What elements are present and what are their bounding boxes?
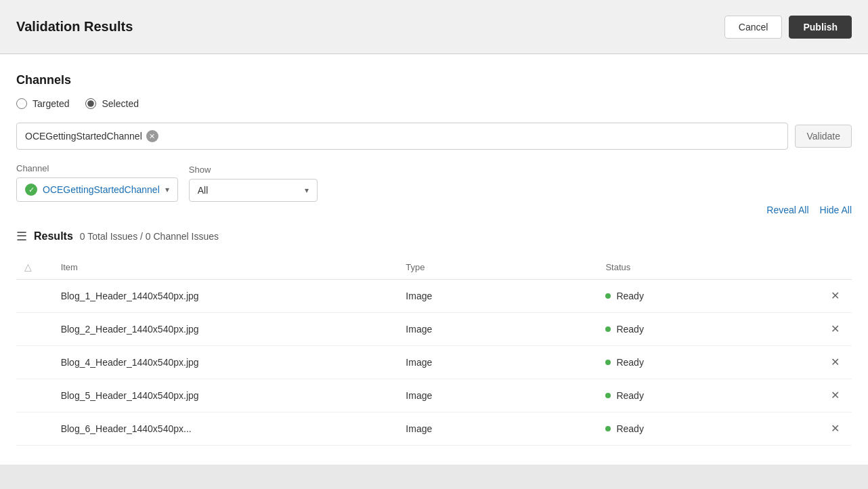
filter-actions-row: Channel ✓ OCEGettingStartedChannel ▾ Sho… <box>16 163 852 215</box>
filter-row: Channel ✓ OCEGettingStartedChannel ▾ Sho… <box>16 163 318 202</box>
col-type-header: Type <box>397 255 597 280</box>
reveal-hide-row: Reveal All Hide All <box>766 205 852 215</box>
show-filter-label: Show <box>189 165 318 175</box>
row-type-cell: Image <box>397 379 597 412</box>
results-header: ☰ Results 0 Total Issues / 0 Channel Iss… <box>16 229 852 244</box>
validate-button[interactable]: Validate <box>795 125 852 148</box>
radio-option-targeted[interactable]: Targeted <box>16 98 69 109</box>
row-item-cell: Blog_1_Header_1440x540px.jpg <box>53 280 398 313</box>
cancel-button[interactable]: Cancel <box>724 16 783 39</box>
row-warning-cell <box>16 412 53 446</box>
tag-close-button[interactable]: ✕ <box>146 130 158 142</box>
row-type-cell: Image <box>397 280 597 313</box>
col-status-header: Status <box>597 255 797 280</box>
row-type-cell: Image <box>397 412 597 446</box>
col-item-header: Item <box>53 255 398 280</box>
chevron-down-icon: ▾ <box>165 185 169 194</box>
row-action-cell: ✕ <box>797 412 852 446</box>
radio-selected[interactable] <box>85 98 96 109</box>
table-row: Blog_6_Header_1440x540px... Image Ready … <box>16 412 852 446</box>
main-content: Channels Targeted Selected OCEGettingSta… <box>0 54 868 465</box>
channels-section: Channels Targeted Selected OCEGettingSta… <box>16 73 852 215</box>
row-warning-cell <box>16 313 53 346</box>
radio-selected-label: Selected <box>102 98 138 109</box>
show-dropdown-value: All <box>198 185 209 196</box>
channel-dropdown[interactable]: ✓ OCEGettingStartedChannel ▾ <box>16 177 178 202</box>
table-row: Blog_1_Header_1440x540px.jpg Image Ready… <box>16 280 852 313</box>
row-action-cell: ✕ <box>797 379 852 412</box>
table-header-row: △ Item Type Status <box>16 255 852 280</box>
remove-row-button[interactable]: ✕ <box>827 422 844 435</box>
row-warning-cell <box>16 379 53 412</box>
col-action-header <box>797 255 852 280</box>
header: Validation Results Cancel Publish <box>0 0 868 54</box>
reveal-all-button[interactable]: Reveal All <box>766 205 808 215</box>
status-text: Ready <box>616 390 643 401</box>
results-summary: 0 Total Issues / 0 Channel Issues <box>80 231 219 242</box>
channel-filter-group: Channel ✓ OCEGettingStartedChannel ▾ <box>16 163 178 202</box>
channel-tag-label: OCEGettingStartedChannel <box>25 131 142 142</box>
row-action-cell: ✕ <box>797 280 852 313</box>
col-warning-header: △ <box>16 255 53 280</box>
show-filter-group: Show All ▾ <box>189 165 318 202</box>
table-row: Blog_5_Header_1440x540px.jpg Image Ready… <box>16 379 852 412</box>
row-status-cell: Ready <box>597 346 797 379</box>
remove-row-button[interactable]: ✕ <box>827 289 844 303</box>
row-status-cell: Ready <box>597 412 797 446</box>
publish-button[interactable]: Publish <box>789 16 852 39</box>
row-action-cell: ✕ <box>797 346 852 379</box>
hide-all-button[interactable]: Hide All <box>820 205 852 215</box>
row-status-cell: Ready <box>597 379 797 412</box>
table-row: Blog_4_Header_1440x540px.jpg Image Ready… <box>16 346 852 379</box>
remove-row-button[interactable]: ✕ <box>827 389 844 402</box>
radio-targeted-label: Targeted <box>32 98 69 109</box>
status-dot-icon <box>605 393 611 398</box>
status-dot-icon <box>605 360 611 365</box>
channel-tags-input[interactable]: OCEGettingStartedChannel ✕ <box>16 123 788 150</box>
remove-row-button[interactable]: ✕ <box>827 322 844 336</box>
page-title: Validation Results <box>16 19 133 35</box>
channel-dropdown-value: OCEGettingStartedChannel <box>43 184 160 195</box>
status-text: Ready <box>616 324 643 335</box>
table-row: Blog_2_Header_1440x540px.jpg Image Ready… <box>16 313 852 346</box>
radio-option-selected[interactable]: Selected <box>85 98 138 109</box>
remove-row-button[interactable]: ✕ <box>827 356 844 369</box>
status-text: Ready <box>616 291 643 301</box>
row-warning-cell <box>16 346 53 379</box>
row-type-cell: Image <box>397 313 597 346</box>
channel-filter-label: Channel <box>16 163 178 173</box>
row-item-cell: Blog_4_Header_1440x540px.jpg <box>53 346 398 379</box>
show-dropdown[interactable]: All ▾ <box>189 179 318 202</box>
row-status-cell: Ready <box>597 313 797 346</box>
row-status-cell: Ready <box>597 280 797 313</box>
channels-title: Channels <box>16 73 852 87</box>
warning-triangle-icon: △ <box>24 261 32 272</box>
row-item-cell: Blog_5_Header_1440x540px.jpg <box>53 379 398 412</box>
header-actions: Cancel Publish <box>724 16 852 39</box>
row-item-cell: Blog_2_Header_1440x540px.jpg <box>53 313 398 346</box>
results-table: △ Item Type Status Blog_1_Header_1440x54… <box>16 255 852 446</box>
check-icon: ✓ <box>25 184 37 196</box>
row-action-cell: ✕ <box>797 313 852 346</box>
status-dot-icon <box>605 326 611 332</box>
radio-group: Targeted Selected <box>16 98 852 109</box>
results-list-icon: ☰ <box>16 229 27 244</box>
results-title: Results <box>34 230 73 242</box>
status-dot-icon <box>605 293 611 299</box>
row-item-cell: Blog_6_Header_1440x540px... <box>53 412 398 446</box>
status-text: Ready <box>616 357 643 368</box>
row-type-cell: Image <box>397 346 597 379</box>
results-section: ☰ Results 0 Total Issues / 0 Channel Iss… <box>16 229 852 446</box>
status-text: Ready <box>616 423 643 434</box>
channel-input-row: OCEGettingStartedChannel ✕ Validate <box>16 123 852 150</box>
chevron-down-show-icon: ▾ <box>305 186 309 195</box>
channel-tag: OCEGettingStartedChannel ✕ <box>25 130 158 142</box>
radio-targeted[interactable] <box>16 98 27 109</box>
status-dot-icon <box>605 426 611 431</box>
row-warning-cell <box>16 280 53 313</box>
